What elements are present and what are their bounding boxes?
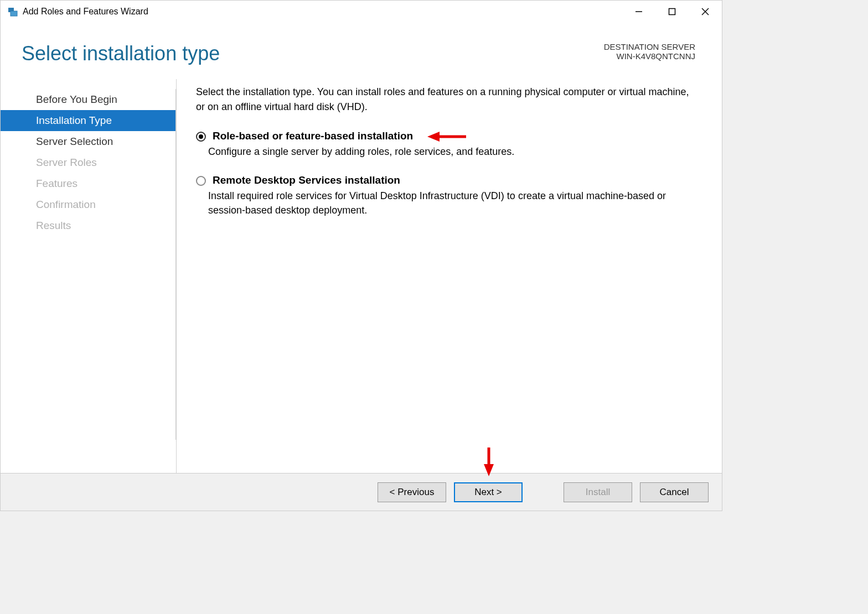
close-button[interactable]: [689, 1, 722, 23]
option-desc-role-based: Configure a single server by adding role…: [208, 144, 700, 159]
previous-button[interactable]: < Previous: [378, 482, 446, 502]
svg-marker-9: [484, 464, 494, 476]
intro-text: Select the installation type. You can in…: [196, 85, 700, 115]
radio-rds[interactable]: [196, 176, 206, 186]
destination-server: WIN-K4V8QNTCNNJ: [604, 51, 695, 61]
annotation-arrow-down-icon: [482, 448, 495, 476]
button-bar: < Previous Next > Install Cancel: [1, 473, 722, 511]
window-controls: [622, 1, 722, 23]
option-text-rds: Remote Desktop Services installation Ins…: [213, 174, 700, 217]
install-button: Install: [564, 482, 632, 502]
header-area: Select installation type DESTINATION SER…: [1, 23, 722, 79]
svg-rect-1: [11, 11, 17, 16]
svg-rect-3: [669, 9, 675, 15]
option-rds: Remote Desktop Services installation Ins…: [196, 174, 700, 217]
svg-marker-7: [427, 132, 440, 142]
minimize-button[interactable]: [622, 1, 655, 23]
nav-server-roles: Server Roles: [1, 152, 176, 173]
nav-installation-type[interactable]: Installation Type: [1, 110, 176, 131]
nav-confirmation: Confirmation: [1, 194, 176, 215]
body-area: Before You Begin Installation Type Serve…: [1, 79, 722, 473]
radio-role-based[interactable]: [196, 132, 206, 142]
window-title: Add Roles and Features Wizard: [23, 7, 148, 17]
app-icon: [7, 6, 18, 17]
content-area: Select the installation type. You can in…: [196, 79, 700, 473]
nav-results: Results: [1, 215, 176, 236]
cancel-button[interactable]: Cancel: [640, 482, 709, 502]
option-title-rds: Remote Desktop Services installation: [213, 174, 700, 186]
maximize-button[interactable]: [655, 1, 689, 23]
nav-before-you-begin[interactable]: Before You Begin: [1, 89, 176, 110]
next-button[interactable]: Next >: [454, 482, 523, 502]
titlebar-left: Add Roles and Features Wizard: [7, 6, 148, 17]
destination-label: DESTINATION SERVER: [604, 42, 695, 51]
option-desc-rds: Install required role services for Virtu…: [208, 189, 700, 217]
annotation-arrow-icon: [427, 130, 466, 143]
sidebar: Before You Begin Installation Type Serve…: [1, 79, 177, 473]
page-title: Select installation type: [22, 42, 220, 65]
option-role-based: Role-based or feature-based installation…: [196, 130, 700, 159]
nav-features: Features: [1, 173, 176, 194]
nav-server-selection[interactable]: Server Selection: [1, 131, 176, 152]
destination-info: DESTINATION SERVER WIN-K4V8QNTCNNJ: [604, 42, 695, 61]
titlebar: Add Roles and Features Wizard: [1, 1, 722, 23]
wizard-window: Add Roles and Features Wizard Select ins…: [0, 0, 722, 511]
